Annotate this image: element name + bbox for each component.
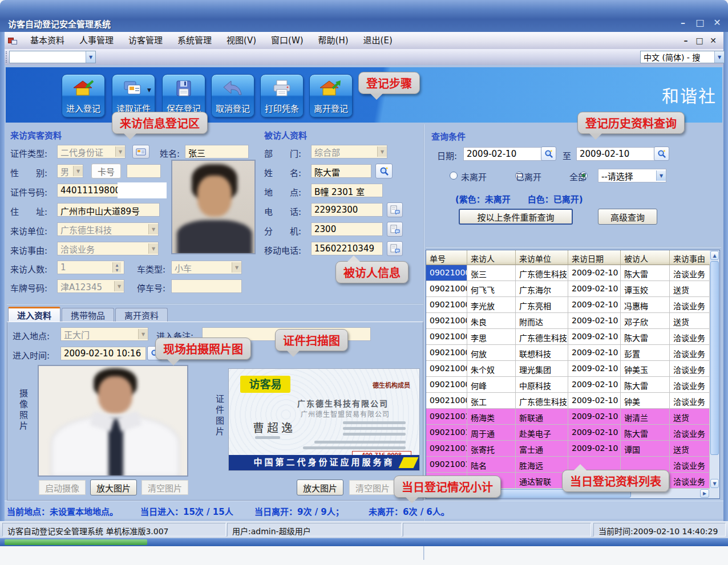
- visited-name-field[interactable]: 陈大雷: [311, 164, 371, 178]
- visitor-name-field[interactable]: 张三: [185, 145, 249, 158]
- table-cell[interactable]: 2009-02-10: [568, 377, 621, 393]
- table-cell[interactable]: 陈大雷: [621, 265, 670, 281]
- table-row[interactable]: 090210012张寄托富士通2009-02-10谭国送货: [426, 441, 710, 457]
- entry-time-field[interactable]: 2009-02-10 10:16: [60, 347, 146, 360]
- table-cell[interactable]: 090210004: [426, 313, 467, 329]
- table-cell[interactable]: 广东德生科技: [516, 329, 568, 345]
- table-cell[interactable]: 理光集团: [516, 361, 568, 377]
- table-row[interactable]: 090210003李光放广东亮相2009-02-10冯惠梅洽谈业务: [426, 297, 710, 313]
- scroll-right-icon[interactable]: ▶: [700, 489, 709, 498]
- table-row[interactable]: 090210008何峰中原科技2009-02-10陈大雷洽谈业务: [426, 377, 710, 393]
- plate-no-select[interactable]: 津A12345 ▼: [57, 279, 124, 293]
- table-cell[interactable]: 090210007: [426, 361, 467, 377]
- start-camera-button[interactable]: 启动摄像: [39, 480, 86, 495]
- table-cell[interactable]: 冯惠梅: [621, 297, 670, 313]
- col-header[interactable]: 来访单位: [516, 250, 568, 265]
- menu-item[interactable]: 系统管理: [170, 32, 219, 49]
- table-cell[interactable]: 洽谈业务: [670, 393, 710, 409]
- address-field[interactable]: 广州市中山大道89号: [57, 203, 160, 217]
- table-cell[interactable]: 090210003: [426, 297, 467, 313]
- visit-company-select[interactable]: 广东德生科技 ▼: [57, 222, 159, 236]
- table-cell[interactable]: 洽谈业务: [670, 473, 710, 489]
- col-header[interactable]: 来访人: [467, 250, 516, 265]
- table-cell[interactable]: 090210001: [426, 265, 467, 281]
- table-cell[interactable]: 朱良: [467, 313, 516, 329]
- department-select[interactable]: 综合部 ▼: [311, 145, 387, 158]
- table-cell[interactable]: 送货: [670, 409, 710, 425]
- menu-item[interactable]: 基本资料: [23, 32, 72, 49]
- date-to-picker-button[interactable]: [654, 147, 669, 161]
- table-cell[interactable]: 洽谈业务: [670, 345, 710, 361]
- cancel-register-button[interactable]: 取消登记: [211, 74, 254, 117]
- table-cell[interactable]: 广东海尔: [516, 281, 568, 297]
- visited-mobile-field[interactable]: 15602210349: [311, 242, 383, 255]
- chevron-down-icon[interactable]: ▼: [714, 51, 724, 63]
- table-row[interactable]: 090210002何飞飞广东海尔2009-02-10谭玉姣送货: [426, 281, 710, 297]
- menu-item[interactable]: 窗口(W): [264, 32, 311, 49]
- table-cell[interactable]: 090210006: [426, 345, 467, 361]
- table-cell[interactable]: 洽谈业务: [670, 297, 710, 313]
- entry-location-select[interactable]: 正大门 ▼: [60, 327, 148, 341]
- col-header[interactable]: 来访事由: [670, 250, 714, 265]
- toolstrip-combobox[interactable]: ▼: [9, 51, 96, 63]
- read-card-button[interactable]: ▼ 读取证件: [112, 74, 155, 117]
- table-row[interactable]: 090210011周于通赴美电子2009-02-10陈大雷洽谈业务: [426, 425, 710, 441]
- table-row[interactable]: 090210007朱个奴理光集团2009-02-10钟美玉洽谈业务: [426, 361, 710, 377]
- enter-register-button[interactable]: 进入登记: [62, 74, 105, 117]
- table-cell[interactable]: 李思: [467, 329, 516, 345]
- visited-location-field[interactable]: B幢 2301 室: [311, 184, 383, 197]
- read-card-dropdown-caret[interactable]: ▼: [147, 87, 151, 93]
- menu-item[interactable]: 帮助(H): [311, 32, 356, 49]
- table-cell[interactable]: 洽谈业务: [670, 361, 710, 377]
- table-cell[interactable]: 谭国: [621, 441, 670, 457]
- table-cell[interactable]: 2009-02-10: [568, 361, 621, 377]
- gender-select[interactable]: 男 ▼: [57, 164, 83, 178]
- scroll-up-icon[interactable]: ▲: [710, 251, 719, 260]
- parking-no-field[interactable]: [171, 279, 242, 293]
- table-cell[interactable]: 新联通: [516, 409, 568, 425]
- clear-photo-button[interactable]: 清空图片: [141, 480, 188, 495]
- requery-button[interactable]: 按以上条件重新查询: [459, 209, 573, 225]
- table-cell[interactable]: 2009-02-10: [568, 393, 621, 409]
- table-row[interactable]: 090210001张三广东德生科技2009-02-10陈大雷洽谈业务: [426, 265, 710, 281]
- visited-name-search-button[interactable]: [375, 164, 393, 178]
- menu-item[interactable]: 视图(V): [219, 32, 264, 49]
- table-cell[interactable]: 090210010: [426, 409, 467, 425]
- table-cell[interactable]: 2009-02-10: [568, 345, 621, 361]
- table-cell[interactable]: 090210009: [426, 393, 467, 409]
- save-register-button[interactable]: 保存登记: [162, 74, 205, 117]
- tab-leave-info[interactable]: 离开资料: [115, 308, 168, 322]
- table-cell[interactable]: 广东德生科技: [516, 265, 568, 281]
- table-row[interactable]: 090210010杨海类新联通2009-02-10谢清兰送货: [426, 409, 710, 425]
- table-cell[interactable]: 090210011: [426, 425, 467, 441]
- table-cell[interactable]: 2009-02-10: [568, 441, 621, 457]
- stepper-arrows-icon[interactable]: ▲▼: [112, 262, 121, 273]
- table-row[interactable]: 090210004朱良附而达2009-02-10邓子欣送货: [426, 313, 710, 329]
- radio-not-left[interactable]: [450, 172, 458, 180]
- table-cell[interactable]: 090210008: [426, 377, 467, 393]
- card-reader-button[interactable]: [132, 145, 149, 158]
- window-restore-button[interactable]: □: [693, 16, 707, 30]
- window-close-button[interactable]: ✕: [710, 16, 725, 30]
- table-cell[interactable]: 2009-02-10: [568, 425, 621, 441]
- vertical-scrollbar[interactable]: ▲ ▼: [710, 250, 719, 489]
- people-count-stepper[interactable]: 1 ▲▼: [57, 261, 124, 274]
- table-cell[interactable]: 2009-02-10: [568, 313, 621, 329]
- mdi-minimize-button[interactable]: –: [679, 36, 693, 45]
- table-cell[interactable]: 090210002: [426, 281, 467, 297]
- table-cell[interactable]: 张寄托: [467, 441, 516, 457]
- table-cell[interactable]: 2009-02-10: [568, 329, 621, 345]
- table-cell[interactable]: 送货: [670, 313, 710, 329]
- visited-phone-field[interactable]: 22992300: [311, 203, 383, 217]
- tab-carried-items[interactable]: 携带物品: [62, 308, 114, 322]
- table-cell[interactable]: 张三: [467, 265, 516, 281]
- table-cell[interactable]: 陈大雷: [621, 377, 670, 393]
- table-cell[interactable]: 谭玉姣: [621, 281, 670, 297]
- table-cell[interactable]: 090210013: [426, 457, 467, 473]
- card-number-field[interactable]: [127, 164, 161, 178]
- table-row[interactable]: 090210009张工广东德生科技2009-02-10钟美洽谈业务: [426, 393, 710, 409]
- zoom-cert-button[interactable]: 放大图片: [297, 479, 343, 495]
- toolstrip-grip[interactable]: [6, 51, 8, 63]
- table-cell[interactable]: 赴美电子: [516, 425, 568, 441]
- advanced-query-button[interactable]: 高级查询: [598, 209, 657, 225]
